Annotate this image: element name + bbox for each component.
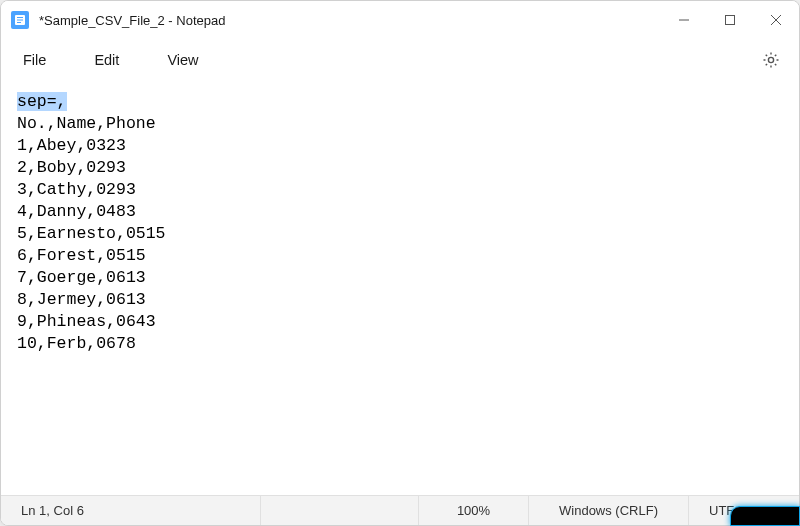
window-controls [661,1,799,39]
menu-edit[interactable]: Edit [80,46,133,74]
status-zoom[interactable]: 100% [419,496,529,525]
title-bar[interactable]: *Sample_CSV_File_2 - Notepad [1,1,799,39]
text-selection: sep=, [17,92,67,111]
maximize-button[interactable] [707,1,753,39]
status-bar: Ln 1, Col 6 100% Windows (CRLF) UTF-8 [1,495,799,525]
minimize-button[interactable] [661,1,707,39]
status-cursor-position[interactable]: Ln 1, Col 6 [1,496,261,525]
status-spacer [261,496,419,525]
close-button[interactable] [753,1,799,39]
menu-view[interactable]: View [153,46,212,74]
menu-file[interactable]: File [9,46,60,74]
svg-point-8 [768,57,773,62]
notepad-window: *Sample_CSV_File_2 - Notepad File Edit V… [0,0,800,526]
notepad-app-icon [11,11,29,29]
svg-rect-5 [726,16,735,25]
overlay-badge [730,506,800,526]
text-editor-area[interactable]: sep=, No.,Name,Phone 1,Abey,0323 2,Boby,… [1,81,799,495]
menu-bar: File Edit View [1,39,799,81]
status-line-ending[interactable]: Windows (CRLF) [529,496,689,525]
settings-icon[interactable] [761,50,781,70]
window-title: *Sample_CSV_File_2 - Notepad [39,13,225,28]
